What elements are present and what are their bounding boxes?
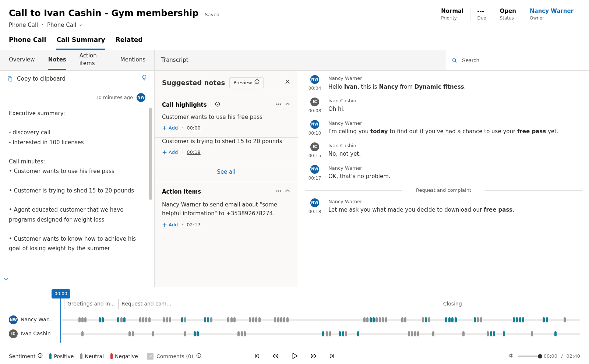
transcript-timestamp: 00:10: [308, 130, 321, 137]
timeline-segment[interactable]: Request and com...: [119, 299, 322, 309]
timeline-segments[interactable]: Greetings and in...Request and com...Clo…: [64, 299, 580, 309]
action-item-text: Nancy Warner to send email about "some h…: [162, 200, 290, 218]
more-icon[interactable]: [276, 101, 282, 109]
scrollbar-thumb[interactable]: [149, 108, 152, 200]
volume-slider[interactable]: [518, 356, 540, 357]
add-highlight[interactable]: Add: [162, 125, 178, 131]
suggested-title: Suggested notes: [162, 78, 225, 87]
highlight-item: Customer is trying to shed 15 to 20 poun…: [155, 138, 298, 162]
info-icon[interactable]: [215, 102, 220, 109]
track-avatar: NW: [9, 315, 18, 324]
transcript-row[interactable]: NW00:04Nancy WarnerHello Ivan, this is N…: [305, 75, 582, 92]
expand-notes[interactable]: [2, 275, 10, 285]
svg-point-6: [280, 104, 281, 105]
transcript-text: No, not yet.: [328, 150, 582, 158]
time-current: 00:00: [544, 353, 557, 360]
transcript-timestamp: 00:08: [308, 108, 321, 114]
playback-controls: [252, 350, 337, 363]
transcript-row[interactable]: NW00:17Nancy WarnerOK, that's no problem…: [305, 165, 582, 181]
add-action[interactable]: Add: [162, 222, 178, 228]
secondary-tabs: OverviewNotesAction itemsMentions: [0, 50, 155, 71]
info-icon[interactable]: [254, 79, 260, 86]
speaker-name: Ivan Cashin: [328, 98, 582, 104]
timeline-segment[interactable]: Closing: [322, 299, 580, 309]
preview-badge: Preview: [229, 77, 264, 88]
timestamp-link[interactable]: 02:17: [187, 222, 200, 228]
rewind[interactable]: [271, 351, 280, 362]
subtab-mentions[interactable]: Mentions: [120, 51, 145, 70]
transcript-row[interactable]: NW00:10Nancy WarnerI'm calling you today…: [305, 120, 582, 137]
more-icon[interactable]: [276, 188, 282, 196]
search-input[interactable]: [461, 57, 583, 64]
speaker-name: Nancy Warner: [328, 198, 582, 205]
meta-owner[interactable]: Nancy WarnerOwner: [523, 7, 580, 21]
copy-to-clipboard[interactable]: Copy to clipboard: [7, 75, 66, 83]
call-timeline: 00:00 Greetings and in...Request and com…: [0, 287, 589, 364]
timeline-track: ICIvan Cashin: [9, 327, 580, 341]
timeline-segment[interactable]: Greetings and in...: [64, 299, 119, 309]
tab-related[interactable]: Related: [116, 36, 143, 50]
svg-point-9: [280, 191, 281, 191]
save-status: - Saved: [201, 11, 219, 18]
sentiment-lane[interactable]: [61, 333, 580, 335]
speaker-name: Ivan Cashin: [328, 142, 582, 149]
lightbulb-icon[interactable]: [141, 74, 148, 83]
meta-priority: NormalPriority: [434, 7, 470, 21]
info-icon[interactable]: [38, 353, 43, 360]
notes-body[interactable]: Executive summary:- discovery call- Inte…: [9, 109, 145, 254]
play[interactable]: [289, 350, 300, 363]
transcript-timestamp: 00:15: [308, 153, 321, 159]
transcript-search[interactable]: [445, 50, 589, 70]
transcript-timestamp: 00:18: [308, 209, 321, 215]
speaker-avatar: IC: [310, 142, 319, 151]
volume-icon[interactable]: [508, 353, 514, 360]
actions-title: Action items: [162, 188, 216, 196]
add-highlight[interactable]: Add: [162, 149, 178, 156]
see-all-link[interactable]: See all: [155, 162, 298, 182]
skip-start[interactable]: [252, 351, 262, 362]
subtab-overview[interactable]: Overview: [9, 51, 35, 70]
legend-neutral: Neutral: [80, 353, 104, 360]
transcript-timestamp: 00:17: [308, 175, 321, 181]
forward[interactable]: [309, 351, 318, 362]
svg-point-7: [276, 191, 277, 191]
tab-phone-call[interactable]: Phone Call: [9, 36, 46, 50]
track-name: Nancy War...: [21, 316, 53, 324]
info-icon[interactable]: [196, 353, 201, 360]
record-header: Call to Ivan Cashin - Gym membership - S…: [0, 0, 589, 29]
form-selector[interactable]: Phone Call: [47, 21, 82, 29]
chevron-down-icon: [78, 23, 82, 27]
svg-point-4: [276, 104, 277, 105]
skip-end[interactable]: [327, 351, 337, 362]
transcript-row[interactable]: IC00:08Ivan CashinOh hi.: [305, 98, 582, 114]
comments-toggle[interactable]: Comments (0): [147, 353, 201, 360]
track-name: Ivan Cashin: [21, 330, 51, 338]
author-avatar: NW: [137, 93, 145, 102]
subtab-action-items[interactable]: Action items: [80, 47, 107, 74]
svg-point-0: [452, 58, 456, 61]
timestamp-link[interactable]: 00:18: [187, 149, 200, 156]
transcript-text: Let me ask you what made you decide to d…: [328, 206, 582, 214]
search-icon: [451, 57, 458, 64]
transcript-text: Hello Ivan, this is Nancy from Dynamic f…: [328, 83, 582, 91]
speaker-name: Nancy Warner: [328, 75, 582, 82]
time-total: 02:40: [567, 353, 580, 360]
highlights-title: Call highlights: [162, 101, 212, 109]
sentiment-lane[interactable]: [61, 319, 580, 321]
subtab-notes[interactable]: Notes: [48, 51, 66, 70]
timestamp-link[interactable]: 00:00: [187, 125, 200, 131]
notes-panel: Copy to clipboard 10 minutes ago NW Exec…: [0, 71, 155, 287]
close-suggested[interactable]: [285, 79, 290, 87]
transcript-timestamp: 00:04: [308, 85, 321, 92]
entity-type: Phone Call: [9, 21, 38, 29]
svg-point-5: [278, 104, 279, 105]
transcript-row[interactable]: IC00:15Ivan CashinNo, not yet.: [305, 142, 582, 159]
legend-negative: Negative: [110, 353, 138, 360]
transcript-row[interactable]: NW00:18Nancy WarnerLet me ask you what m…: [305, 198, 582, 215]
transcript-text: Oh hi.: [328, 105, 582, 113]
collapse-icon[interactable]: [285, 188, 290, 196]
legend-positive: Positive: [49, 353, 74, 360]
notes-timestamp: 10 minutes ago: [95, 94, 133, 101]
copy-icon: [7, 75, 13, 82]
collapse-icon[interactable]: [285, 101, 290, 109]
